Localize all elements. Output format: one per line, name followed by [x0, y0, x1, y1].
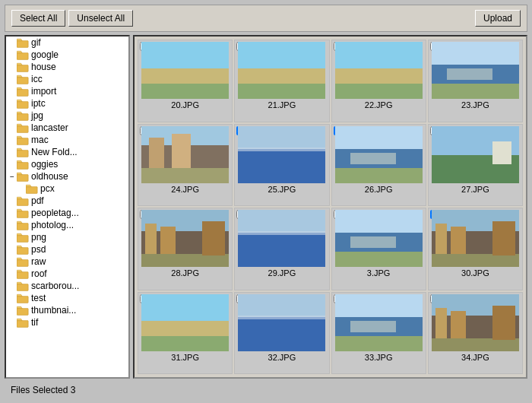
- sidebar-item[interactable]: peopletag...: [6, 207, 128, 219]
- sidebar-item-label: lancaster: [31, 122, 68, 133]
- sidebar-item[interactable]: thumbnai...: [6, 304, 128, 316]
- upload-button[interactable]: Upload: [475, 10, 521, 27]
- svg-rect-63: [335, 252, 423, 267]
- status-bar: Files Selected 3: [5, 382, 527, 398]
- svg-rect-14: [17, 211, 28, 218]
- thumbnail-item[interactable]: 3.JPG: [331, 208, 426, 290]
- thumbnail-item[interactable]: 21.JPG: [234, 40, 329, 122]
- thumb-image: [238, 126, 325, 183]
- sidebar-item-label: test: [31, 293, 46, 303]
- toolbar: Select All Unselect All Upload: [5, 5, 527, 32]
- thumb-image: [432, 294, 519, 351]
- sidebar-item[interactable]: import: [6, 85, 128, 97]
- thumb-label: 3.JPG: [367, 268, 391, 278]
- thumb-grid-wrapper: 20.JPG 21.JPG 22.JPG 23.JPG 24.JPG: [133, 35, 527, 379]
- sidebar-item[interactable]: raw: [6, 255, 128, 268]
- thumbnail-item[interactable]: 23.JPG: [428, 40, 523, 122]
- svg-rect-57: [202, 221, 225, 255]
- svg-rect-41: [172, 134, 191, 168]
- svg-rect-33: [432, 42, 519, 65]
- thumb-label: 32.JPG: [268, 353, 296, 362]
- svg-rect-70: [492, 221, 515, 255]
- thumbnail-item[interactable]: 27.JPG: [428, 124, 523, 207]
- sidebar-item-label: pcx: [40, 183, 55, 194]
- svg-rect-15: [17, 224, 28, 230]
- svg-rect-74: [238, 294, 325, 317]
- svg-rect-54: [141, 254, 229, 267]
- sidebar-item[interactable]: iptc: [6, 97, 128, 109]
- sidebar-item[interactable]: jpg: [6, 109, 128, 122]
- svg-rect-59: [238, 233, 325, 267]
- sidebar-item[interactable]: psd: [6, 243, 128, 255]
- sidebar-item[interactable]: oggies: [6, 158, 128, 170]
- thumbnail-item[interactable]: 26.JPG: [331, 124, 426, 207]
- select-all-button[interactable]: Select All: [11, 10, 65, 27]
- thumb-label: 27.JPG: [461, 185, 489, 194]
- thumbnail-item[interactable]: 24.JPG: [138, 124, 233, 207]
- thumb-label: 29.JPG: [268, 268, 296, 278]
- sidebar-item[interactable]: tif: [6, 316, 128, 328]
- sidebar-item[interactable]: − oldhouse: [6, 170, 128, 182]
- sidebar[interactable]: gif google house icc import iptc jpg lan…: [5, 35, 130, 379]
- thumb-image: [335, 210, 423, 267]
- thumbnail-item[interactable]: 22.JPG: [331, 40, 426, 122]
- thumb-image: [238, 210, 325, 267]
- sidebar-item-label: peopletag...: [31, 208, 79, 218]
- unselect-all-button[interactable]: Unselect All: [68, 10, 133, 27]
- thumb-image: [238, 294, 325, 351]
- thumbnail-item[interactable]: 30.JPG: [428, 208, 523, 290]
- svg-rect-55: [145, 224, 157, 254]
- sidebar-item-label: photolog...: [31, 220, 74, 230]
- folder-icon: [17, 74, 29, 84]
- thumbnail-item[interactable]: 20.JPG: [138, 40, 233, 122]
- sidebar-item-label: mac: [31, 135, 49, 145]
- sidebar-item[interactable]: mac: [6, 134, 128, 146]
- sidebar-item[interactable]: house: [6, 61, 128, 73]
- folder-icon: [17, 195, 29, 206]
- sidebar-item[interactable]: lancaster: [6, 122, 128, 134]
- sidebar-item[interactable]: png: [6, 231, 128, 243]
- files-selected-count: 3: [71, 385, 76, 395]
- thumbnail-item[interactable]: 29.JPG: [234, 208, 329, 290]
- thumbnail-item[interactable]: 25.JPG: [234, 124, 329, 207]
- thumbnail-item[interactable]: 28.JPG: [138, 208, 233, 290]
- svg-rect-10: [17, 163, 28, 170]
- svg-rect-71: [141, 294, 229, 321]
- thumb-image: [141, 126, 229, 183]
- folder-icon: [17, 98, 29, 109]
- svg-rect-85: [451, 311, 466, 338]
- svg-rect-26: [141, 84, 229, 99]
- sidebar-item[interactable]: scarborou...: [6, 280, 128, 292]
- sidebar-item[interactable]: test: [6, 292, 128, 304]
- thumbnail-item[interactable]: 31.JPG: [138, 292, 233, 375]
- sidebar-item-label: psd: [31, 244, 46, 255]
- sidebar-item[interactable]: roof: [6, 268, 128, 280]
- folder-icon: [17, 293, 29, 303]
- thumb-label: 28.JPG: [171, 268, 199, 278]
- svg-rect-47: [335, 168, 423, 183]
- sidebar-item[interactable]: New Fold...: [6, 146, 128, 158]
- thumbnail-item[interactable]: 34.JPG: [428, 292, 523, 375]
- sidebar-item[interactable]: google: [6, 49, 128, 61]
- sidebar-item[interactable]: pdf: [6, 195, 128, 207]
- svg-rect-21: [17, 297, 28, 303]
- thumb-image: [141, 42, 229, 99]
- thumbnail-item[interactable]: 33.JPG: [331, 292, 426, 375]
- thumb-image: [432, 126, 519, 183]
- folder-icon: [17, 171, 29, 182]
- svg-rect-72: [141, 321, 229, 336]
- sidebar-item[interactable]: pcx: [6, 182, 128, 195]
- svg-rect-3: [17, 78, 28, 84]
- folder-icon: [17, 220, 29, 230]
- expand-icon[interactable]: −: [8, 173, 17, 181]
- svg-rect-56: [160, 227, 176, 254]
- svg-rect-18: [17, 260, 28, 267]
- sidebar-item[interactable]: gif: [6, 36, 128, 49]
- svg-rect-13: [17, 199, 28, 206]
- sidebar-item-label: oldhouse: [31, 171, 68, 182]
- sidebar-item[interactable]: photolog...: [6, 219, 128, 231]
- folder-icon: [17, 317, 29, 328]
- thumbnail-item[interactable]: 32.JPG: [234, 292, 329, 375]
- sidebar-item[interactable]: icc: [6, 73, 128, 85]
- svg-rect-0: [17, 41, 28, 48]
